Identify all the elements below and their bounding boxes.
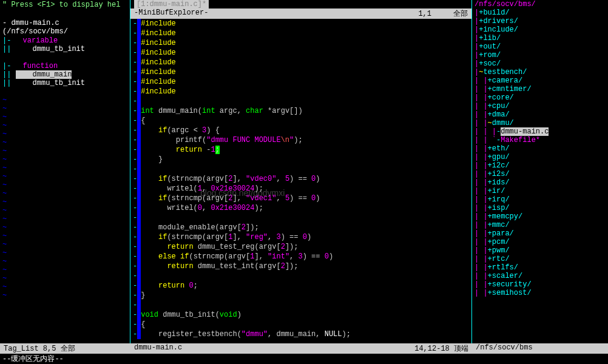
code-line[interactable]: - if(argc < 3) { — [130, 126, 471, 135]
nerdtree-item[interactable]: | |+rtlfs/ — [472, 263, 608, 272]
nerdtree-item[interactable]: | |+i2c/ — [472, 161, 608, 170]
taglist-item[interactable]: || dmmu_tb_init — [0, 79, 130, 87]
help-hint: " Press <F1> to display hel — [0, 0, 130, 10]
nerdtree-item[interactable]: | |+irq/ — [472, 195, 608, 204]
code-line[interactable]: - if(strncmp(argv[1], "reg", 3) == 0) — [130, 232, 471, 242]
nerdtree-item[interactable]: | |+cpu/ — [472, 102, 608, 110]
nerdtree-item[interactable]: | | `-Makefile* — [472, 136, 608, 144]
code-line[interactable]: - #include — [130, 67, 471, 77]
code-line[interactable]: - — [130, 164, 471, 174]
code-line[interactable]: - #include — [130, 48, 471, 58]
nerdtree-item[interactable]: | |+dma/ — [472, 110, 608, 119]
nerdtree-item[interactable]: | |+ir/ — [472, 187, 608, 195]
empty-line: ~ — [0, 147, 130, 155]
empty-line: ~ — [0, 181, 130, 189]
empty-line: ~ — [0, 121, 130, 130]
nerdtree-panel[interactable]: /nfs/socv/bms/ |+build/|+drivers/|+inclu… — [472, 0, 608, 343]
nerdtree-item[interactable]: | |+i2s/ — [472, 170, 608, 178]
nerdtree-root[interactable]: /nfs/socv/bms/ — [472, 0, 608, 8]
empty-line: ~ — [0, 274, 130, 283]
nerdtree-item[interactable]: |+include/ — [472, 25, 608, 34]
nerdtree-item[interactable]: | |+eth/ — [472, 144, 608, 153]
nerdtree-item[interactable]: | |~dmmu/ — [472, 119, 608, 127]
empty-line: ~ — [0, 138, 130, 147]
nerdtree-item[interactable]: | |+rtc/ — [472, 255, 608, 263]
status-editor: dmmu-main.c14,12-18 顶端 — [130, 343, 472, 354]
nerdtree-item[interactable]: | |+semihost/ — [472, 289, 608, 297]
code-line[interactable]: - int dmmu_main(int argc, char *argv[]) — [130, 106, 471, 116]
empty-line: ~ — [0, 215, 130, 223]
taglist-item[interactable]: || dmmu_main — [0, 70, 130, 79]
code-line[interactable]: - #include — [130, 58, 471, 67]
code-line[interactable]: - module_enable(argv[2]); — [130, 223, 471, 232]
nerdtree-item[interactable]: | |+para/ — [472, 229, 608, 238]
empty-line: ~ — [0, 164, 130, 172]
nerdtree-item[interactable]: |~testbench/ — [472, 68, 608, 76]
code-line[interactable]: - } — [130, 291, 471, 300]
nerdtree-item[interactable]: |+rom/ — [472, 51, 608, 59]
code-line[interactable]: - { — [130, 116, 471, 126]
nerdtree-item[interactable]: | |+pwm/ — [472, 246, 608, 255]
nerdtree-item[interactable]: | |+ids/ — [472, 178, 608, 187]
code-line[interactable]: - return dmmu_test_reg(argv[2]); — [130, 242, 471, 252]
status-taglist: Tag_List 8,5 全部 — [0, 343, 130, 354]
code-line[interactable]: - void dmmu_tb_init(void) — [130, 310, 471, 320]
code-line[interactable]: - return 0; — [130, 281, 471, 291]
code-line[interactable]: - if(strncmp(argv[2], "vdec1", 5) == 0) — [130, 194, 471, 203]
code-line[interactable]: - #include — [130, 19, 471, 29]
nerdtree-item[interactable]: |+drivers/ — [472, 17, 608, 25]
buffer-tab[interactable]: [1:dmmu-main.c]* — [134, 0, 209, 8]
code-line[interactable]: - printf("dmmu FUNC MODULE\n"); — [130, 135, 471, 145]
nerdtree-item[interactable]: | |+mmc/ — [472, 221, 608, 229]
code-line[interactable]: - #include — [130, 29, 471, 38]
code-line[interactable]: - if(strncmp(argv[2], "vdec0", 5) == 0) — [130, 174, 471, 184]
taglist-group[interactable]: |- variable — [0, 36, 130, 45]
nerdtree-item[interactable]: | |+scaler/ — [472, 272, 608, 280]
code-line[interactable]: - return dmmu_test_int(argv[2]); — [130, 261, 471, 271]
code-line[interactable]: - else if(strncmp(argv[1], "int", 3) == … — [130, 252, 471, 261]
code-area[interactable]: - #include - #include - #include - #incl… — [130, 19, 471, 343]
code-line[interactable]: - writel(1, 0x21e30024); — [130, 184, 471, 194]
empty-line: ~ — [0, 172, 130, 181]
code-line[interactable]: - — [130, 96, 471, 106]
nerdtree-item[interactable]: | |+pcm/ — [472, 238, 608, 246]
empty-line: ~ — [0, 189, 130, 198]
empty-line: ~ — [0, 96, 130, 104]
code-line[interactable]: - } — [130, 155, 471, 164]
nerdtree-item[interactable]: | |+core/ — [472, 93, 608, 102]
editor-panel[interactable]: [1:dmmu-main.c]* -MiniBufExplorer- 1,1 全… — [130, 0, 472, 343]
nerdtree-item[interactable]: | |+isp/ — [472, 204, 608, 212]
empty-line: ~ — [0, 104, 130, 113]
nerdtree-item[interactable]: |+out/ — [472, 42, 608, 51]
empty-line: ~ — [0, 283, 130, 291]
code-line[interactable]: - writel(0, 0x21e30024); — [130, 203, 471, 213]
taglist-panel[interactable]: " Press <F1> to display hel - dmmu-main.… — [0, 0, 130, 343]
nerdtree-item[interactable]: |+soc/ — [472, 59, 608, 68]
nerdtree-item[interactable]: |+lib/ — [472, 34, 608, 42]
nerdtree-item[interactable]: | |+security/ — [472, 280, 608, 289]
code-line[interactable]: - register_testbench("dmmu", dmmu_main, … — [130, 329, 471, 339]
code-line[interactable]: - — [130, 271, 471, 281]
empty-line: ~ — [0, 155, 130, 164]
code-line[interactable]: - — [130, 213, 471, 223]
minibuf-status: -MiniBufExplorer- 1,1 全部 — [130, 8, 471, 19]
empty-line: ~ — [0, 206, 130, 215]
code-line[interactable]: - { — [130, 320, 471, 329]
command-line[interactable]: --缓冲区无内容-- — [0, 354, 608, 364]
code-line[interactable]: - — [130, 300, 471, 310]
nerdtree-item[interactable]: | |+camera/ — [472, 76, 608, 85]
nerdtree-item[interactable]: | |+memcpy/ — [472, 212, 608, 221]
code-line[interactable]: - #include — [130, 87, 471, 96]
nerdtree-item[interactable]: | | |-dmmu-main.c — [472, 127, 608, 136]
minibuf-tab-bar[interactable]: [1:dmmu-main.c]* — [130, 0, 471, 8]
code-line[interactable]: - return -1; — [130, 145, 471, 155]
blank — [0, 10, 130, 18]
nerdtree-item[interactable]: | |+cmntimer/ — [472, 85, 608, 93]
code-line[interactable]: - #include — [130, 77, 471, 87]
taglist-item[interactable]: || dmmu_tb_init — [0, 45, 130, 53]
taglist-group[interactable]: |- function — [0, 62, 130, 70]
code-line[interactable]: - #include — [130, 38, 471, 48]
nerdtree-item[interactable]: |+build/ — [472, 8, 608, 17]
nerdtree-item[interactable]: | |+gpu/ — [472, 153, 608, 161]
status-bar: Tag_List 8,5 全部 dmmu-main.c14,12-18 顶端 /… — [0, 343, 608, 354]
